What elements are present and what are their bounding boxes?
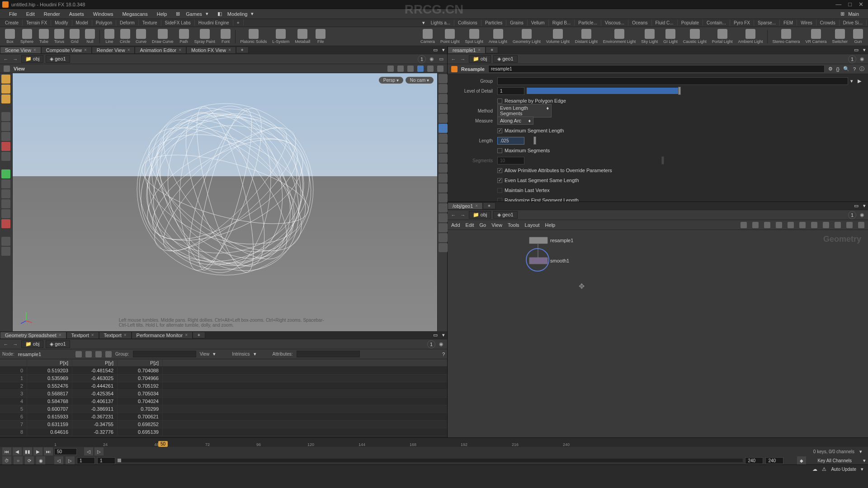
length-slider[interactable] [527, 137, 863, 144]
shelf-tab[interactable]: Texture [139, 20, 161, 26]
close-icon[interactable]: × [33, 47, 36, 52]
shelf-tab[interactable]: Fluid C... [652, 20, 678, 26]
desktop-picker-2[interactable]: ◧ Modeling ▾ [213, 11, 259, 17]
menu-edit[interactable]: Edit [22, 11, 39, 17]
tool-area-light[interactable]: Area Light [486, 28, 510, 45]
close-icon[interactable]: × [124, 333, 127, 338]
tool-line[interactable]: Line [102, 28, 117, 45]
display-tool[interactable] [439, 114, 448, 123]
tool[interactable] [1, 237, 10, 246]
display-tool[interactable] [439, 104, 448, 113]
net-tool-icon[interactable] [846, 222, 853, 228]
net-tool-icon[interactable] [835, 222, 841, 228]
tab-scene-view[interactable]: Scene View× [0, 47, 41, 54]
shelf-tab[interactable]: Drive Si... [840, 20, 867, 26]
help-icon[interactable]: ? [853, 66, 856, 72]
menu-windows[interactable]: Windows [89, 11, 118, 17]
display-tool[interactable] [439, 74, 448, 83]
tool-lsystem[interactable]: L-System [269, 28, 292, 45]
tool[interactable] [1, 209, 10, 218]
tool-gi-light[interactable]: GI Light [660, 28, 680, 45]
chevron-down-icon[interactable]: ▾ [861, 466, 863, 472]
display-tool[interactable] [439, 124, 448, 133]
snapshot-icon[interactable]: ▭ [438, 56, 445, 63]
net-tool-icon[interactable] [788, 222, 794, 228]
length-input[interactable] [497, 137, 524, 145]
info-icon[interactable]: ⓘ [859, 66, 864, 72]
display-tool[interactable] [439, 193, 448, 202]
prims-icon[interactable] [95, 351, 102, 357]
table-row[interactable]: 70.631159-0.347550.698252 [0, 421, 447, 428]
max-segments-checkbox[interactable]: Maximum Segments [497, 148, 550, 153]
max-seg-len-checkbox[interactable]: Maximum Segment Length [497, 128, 564, 133]
menu-help[interactable]: Help [152, 11, 172, 17]
node-smooth1[interactable]: smooth1 [529, 257, 569, 264]
close-icon[interactable]: × [84, 47, 87, 52]
chevron-down-icon[interactable]: ▾ [848, 78, 855, 84]
tab-textport[interactable]: Textport× [66, 332, 99, 339]
shelf-tab[interactable]: Sparse... [754, 20, 780, 26]
points-icon[interactable] [75, 351, 82, 357]
tool-btn[interactable]: ◉ [36, 456, 45, 465]
timeline-ruler[interactable]: 1 24 48 72 96 120 144 168 192 216 240 50 [0, 438, 868, 447]
col-header[interactable]: P[x] [27, 359, 72, 366]
net-menu-go[interactable]: Go [480, 222, 486, 228]
table-row[interactable]: 30.568817-0.4253540.705034 [0, 390, 447, 398]
net-tool-icon[interactable] [741, 222, 747, 228]
pane-menu-icon[interactable]: ▭ [852, 47, 861, 53]
tool-caustic-light[interactable]: Caustic Light [680, 28, 709, 45]
snap-icon[interactable] [437, 66, 443, 72]
net-menu-view[interactable]: View [491, 222, 502, 228]
group-input[interactable] [133, 351, 196, 357]
brush-tool[interactable] [1, 94, 10, 103]
shelf-tab[interactable]: Vellum [528, 20, 549, 26]
tool-portal-light[interactable]: Portal Light [709, 28, 736, 45]
chevron-down-icon[interactable]: ▾ [213, 351, 216, 357]
gear-icon[interactable]: ⚙ [828, 66, 833, 72]
tab-network[interactable]: /obj/geo1× [448, 202, 483, 210]
shelf-tab[interactable]: Polygon [92, 20, 116, 26]
add-tab-button[interactable]: + [486, 47, 498, 53]
net-menu-tools[interactable]: Tools [508, 222, 519, 228]
display-tool[interactable] [439, 233, 448, 242]
display-tool[interactable] [439, 94, 448, 103]
code-icon[interactable]: {} [836, 66, 840, 72]
table-row[interactable]: 20.552476-0.4442610.705192 [0, 382, 447, 390]
help-icon[interactable]: ? [442, 352, 445, 357]
loop-toggle[interactable]: ⟳ [25, 456, 34, 465]
path-geo[interactable]: ◈ geo1 [493, 211, 517, 219]
display-tool[interactable] [439, 183, 448, 192]
shelf-tab[interactable]: Deform [116, 20, 139, 26]
tool-box[interactable]: Box [2, 28, 18, 45]
group-param-input[interactable] [497, 77, 848, 85]
pin-icon[interactable]: 1 [848, 55, 856, 63]
table-row[interactable]: 00.519203-0.4815420.704088 [0, 367, 447, 375]
net-tool-icon[interactable] [811, 222, 817, 228]
tool-stereo-camera[interactable]: Stereo Camera [769, 28, 802, 45]
frame-marker[interactable]: 50 [158, 441, 168, 447]
forward-button[interactable]: → [459, 56, 467, 63]
lasso-tool[interactable] [1, 84, 10, 94]
shelf-tab[interactable]: FEM [780, 20, 797, 26]
back-button[interactable]: ← [450, 211, 457, 219]
tool-ambient-light[interactable]: Ambient Light [735, 28, 765, 45]
cloud-icon[interactable]: ☁ [812, 466, 817, 472]
tab-motion-fx[interactable]: Motion FX View× [186, 47, 236, 54]
shelf-tab[interactable]: Lights a... [427, 20, 454, 26]
tool-env-light[interactable]: Environment Light [600, 28, 639, 45]
current-frame-input[interactable] [54, 448, 77, 455]
arrow-icon[interactable]: ▶ [855, 78, 863, 84]
close-icon[interactable]: × [179, 47, 181, 52]
shelf-tab[interactable]: Collisions [454, 20, 481, 26]
net-tool-icon[interactable] [776, 222, 782, 228]
method-dropdown[interactable]: Even Length Segments♦ [497, 104, 552, 117]
allow-prim-checkbox[interactable]: Allow Primitive Attributes to Override P… [497, 168, 612, 173]
spreadsheet-table[interactable]: P[x] P[y] P[z] 00.519203-0.4815420.70408… [0, 359, 447, 437]
display-tool[interactable] [439, 203, 448, 212]
back-button[interactable]: ← [2, 56, 9, 63]
tool-draw-curve[interactable]: Draw Curve [149, 28, 176, 45]
tool-curve[interactable]: Curve [133, 28, 149, 45]
shelf-tab[interactable]: Crowds [816, 20, 840, 26]
shelf-tab[interactable]: SideFX Labs [161, 20, 195, 26]
display-tool[interactable] [439, 223, 448, 232]
